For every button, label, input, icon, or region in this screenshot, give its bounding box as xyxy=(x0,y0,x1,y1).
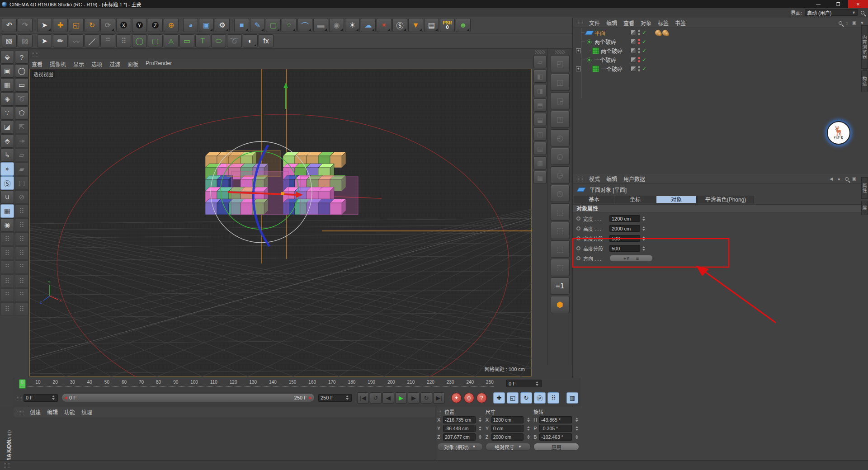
make-editable-icon[interactable]: ⬙ xyxy=(0,50,14,64)
panel-grip[interactable] xyxy=(576,20,583,25)
stepper[interactable] xyxy=(534,380,539,387)
camera-object-icon[interactable]: ◉ xyxy=(329,18,344,32)
object-row[interactable]: + 两个破碎 ✓ xyxy=(573,46,868,55)
enable-check-icon[interactable]: ✓ xyxy=(642,56,646,63)
disabled-tool-icon[interactable]: ⠿ xyxy=(0,274,14,288)
disabled-tool-icon[interactable]: ⠿ xyxy=(15,218,28,232)
dock-icon[interactable]: ▦ xyxy=(533,171,547,184)
dock-icon[interactable]: ◴ xyxy=(551,129,570,146)
material-menu-item[interactable]: 功能 xyxy=(64,408,75,416)
goto-end-button[interactable]: ▶| xyxy=(433,392,445,404)
keyframe-help-button[interactable]: ? xyxy=(476,393,487,403)
spline-dots-icon[interactable]: ⠛ xyxy=(100,34,115,47)
toolbar-separator[interactable] xyxy=(231,18,233,32)
shading-sphere-icon[interactable]: ◐ xyxy=(243,34,258,47)
select-filter-icon[interactable]: ➤ xyxy=(37,34,52,47)
maximize-button[interactable]: ❐ xyxy=(828,0,848,8)
key-circle-icon[interactable] xyxy=(576,226,580,230)
panel-icon[interactable]: ▣ xyxy=(852,20,856,25)
points-mode-icon[interactable]: ∵ xyxy=(0,106,14,120)
loop-button[interactable]: ↻ xyxy=(420,392,432,404)
search-icon[interactable] xyxy=(839,21,842,25)
chevron-down-icon[interactable]: ▼ xyxy=(860,20,864,25)
layer-toggle[interactable] xyxy=(631,66,636,71)
width-segments-field[interactable]: 500 xyxy=(609,235,640,242)
disabled-tool-icon[interactable]: ⠿ xyxy=(0,232,14,246)
tab-coordinates[interactable]: 坐标 xyxy=(615,196,656,203)
wire-cylinder-icon[interactable]: ▭ xyxy=(179,34,194,47)
object-name[interactable]: 一个破碎 xyxy=(601,65,623,73)
stepper[interactable] xyxy=(526,416,531,423)
record-keyframe-button[interactable]: ✦ xyxy=(451,393,462,403)
disabled-tool-icon[interactable]: ⠛ xyxy=(15,288,28,302)
render-settings-icon[interactable]: ⚙ xyxy=(215,18,230,32)
minimize-button[interactable]: — xyxy=(808,0,828,8)
last-tool-icon[interactable]: ⟳ xyxy=(100,18,115,32)
range-left-arrow-icon[interactable]: ◀ xyxy=(62,395,69,400)
editor-visibility-dot[interactable] xyxy=(638,48,640,50)
undo-icon[interactable]: ↶ xyxy=(2,18,17,32)
array-generator-icon[interactable]: ⁘ xyxy=(282,18,297,32)
object-row[interactable]: 两个破碎 ✓ xyxy=(573,37,868,46)
dock-icon[interactable]: ◨ xyxy=(533,84,547,97)
subdivision-surface-icon[interactable]: ▢ xyxy=(266,18,281,32)
end-frame-field[interactable]: 250 F xyxy=(318,394,352,402)
stepper[interactable] xyxy=(574,416,579,423)
rot-h-field[interactable]: -43.865 ° xyxy=(539,416,572,423)
play-button[interactable]: ▶ xyxy=(395,392,407,404)
viewport-canvas[interactable]: Y X Z 透视视图 网格间距 : 100 cm xyxy=(29,69,532,376)
attribute-menu-item[interactable]: 编辑 xyxy=(606,175,617,183)
help-tool-icon[interactable]: ? xyxy=(15,50,28,64)
object-manager-menu-item[interactable]: 编辑 xyxy=(606,19,617,27)
helix-icon[interactable]: ➰ xyxy=(227,34,242,47)
solo-off-icon[interactable]: ⬢ xyxy=(551,296,570,313)
stepper[interactable] xyxy=(51,395,56,401)
object-manager-menu-item[interactable]: 文件 xyxy=(589,19,600,27)
enable-check-icon[interactable]: ✓ xyxy=(642,29,646,36)
panel-grip[interactable] xyxy=(17,409,24,414)
pos-z-field[interactable]: 207.677 cm xyxy=(443,433,476,441)
object-manager-menu-item[interactable]: 书签 xyxy=(675,19,686,27)
current-frame-field[interactable]: 0 F xyxy=(24,394,58,402)
particle-emitter-icon[interactable]: ✴ xyxy=(377,18,392,32)
ruler-frame-spinner[interactable]: 0 F xyxy=(506,380,542,387)
material-menu-item[interactable]: 编辑 xyxy=(47,408,58,416)
align-workplane-icon[interactable]: ◉ xyxy=(0,218,14,232)
viewport-menu-item[interactable]: 查看 xyxy=(32,60,42,68)
attribute-menu-item[interactable]: 用户数据 xyxy=(623,175,645,183)
prev-frame-button[interactable]: ◀ xyxy=(382,392,394,404)
add-cube-primitive-icon[interactable]: ■ xyxy=(234,18,249,32)
sky-object-icon[interactable]: ☁ xyxy=(361,18,376,32)
viewport-menu-item[interactable]: 显示 xyxy=(73,60,84,68)
viewport-menu-item[interactable]: 选项 xyxy=(91,60,102,68)
frame-range-slider[interactable]: ◀ 0 F 250 F ▶ xyxy=(61,393,315,402)
coordinate-system-icon[interactable]: ⊕ xyxy=(164,18,179,32)
render-visibility-dot[interactable] xyxy=(638,60,640,62)
stepper[interactable] xyxy=(478,433,483,440)
viewport-menu-item[interactable]: 过滤 xyxy=(109,60,120,68)
dock-icon[interactable]: ◷ xyxy=(551,185,570,202)
layer-toggle[interactable] xyxy=(631,39,636,44)
key-circle-icon[interactable] xyxy=(576,256,580,260)
object-name[interactable]: 平面 xyxy=(594,29,605,37)
redo-icon[interactable]: ↷ xyxy=(18,18,33,32)
side-tab-attributes[interactable]: 属性 xyxy=(861,177,868,199)
attribute-menu-item[interactable]: 模式 xyxy=(589,175,600,183)
orientation-dropdown[interactable]: +Y≡ xyxy=(609,255,653,262)
dock-icon[interactable]: ▤ xyxy=(533,142,547,155)
disabled-tool-icon[interactable]: ⠿ xyxy=(0,302,14,316)
stepper[interactable] xyxy=(526,425,531,432)
enable-check-icon[interactable]: ✓ xyxy=(642,47,646,54)
dock-icon[interactable]: ⬚ xyxy=(551,240,570,258)
view-doc-icon[interactable]: ▧ xyxy=(2,34,17,47)
pos-x-field[interactable]: -216.735 cm xyxy=(443,416,476,423)
floor-object-icon[interactable]: ▬ xyxy=(313,18,328,32)
edges-mode-icon[interactable]: ◪ xyxy=(0,120,14,134)
object-manager-menu-item[interactable]: 查看 xyxy=(623,19,634,27)
disabled-tool-icon[interactable]: ⠿ xyxy=(15,302,28,316)
panel-grip[interactable] xyxy=(437,409,442,414)
rot-p-field[interactable]: -0.305 ° xyxy=(539,425,572,432)
key-circle-icon[interactable] xyxy=(576,216,580,221)
toolbar-separator[interactable] xyxy=(33,18,36,32)
search-icon[interactable] xyxy=(845,177,849,181)
